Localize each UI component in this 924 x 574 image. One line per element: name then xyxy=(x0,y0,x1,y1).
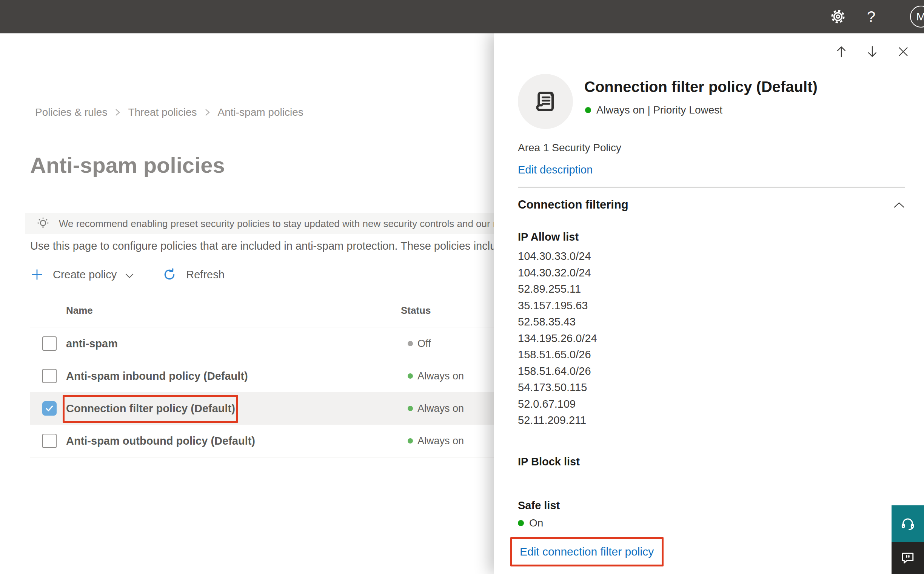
breadcrumb: Policies & rules Threat policies Anti-sp… xyxy=(35,106,304,118)
ip-entry: 158.51.65.0/26 xyxy=(518,347,597,363)
status-dot-on xyxy=(585,107,591,113)
headset-icon xyxy=(899,515,916,533)
create-policy-button[interactable]: Create policy xyxy=(30,268,134,281)
ip-entry: 52.89.255.11 xyxy=(518,281,597,298)
arrow-up-icon[interactable] xyxy=(834,44,848,59)
policy-description: Area 1 Security Policy xyxy=(518,142,621,154)
help-icon[interactable]: ? xyxy=(854,0,888,33)
settings-gear-icon[interactable] xyxy=(821,0,854,33)
refresh-label: Refresh xyxy=(186,268,225,281)
panel-title: Connection filter policy (Default) xyxy=(584,79,818,95)
ip-allow-list: 104.30.33.0/24 104.30.32.0/24 52.89.255.… xyxy=(518,248,597,429)
row-status: Off xyxy=(418,338,431,350)
edit-description-link[interactable]: Edit description xyxy=(518,164,593,176)
toolbar: Create policy Refresh xyxy=(30,262,225,287)
chevron-right-icon xyxy=(204,108,210,117)
row-name[interactable]: Anti-spam outbound policy (Default) xyxy=(66,435,255,447)
lightbulb-icon xyxy=(35,216,51,231)
panel-nav xyxy=(834,44,910,59)
breadcrumb-policies-rules[interactable]: Policies & rules xyxy=(35,106,107,118)
refresh-icon xyxy=(162,267,177,282)
policy-avatar xyxy=(518,74,573,129)
ip-entry: 158.51.64.0/26 xyxy=(518,363,597,380)
chevron-up-icon[interactable] xyxy=(893,201,905,209)
status-dot-on xyxy=(408,438,413,443)
column-header-status[interactable]: Status xyxy=(401,305,431,316)
row-status: Always on xyxy=(418,403,464,415)
ip-entry: 54.173.50.115 xyxy=(518,379,597,396)
arrow-down-icon[interactable] xyxy=(865,44,880,59)
panel-status-text: Always on | Priority Lowest xyxy=(596,104,722,116)
row-name[interactable]: Anti-spam inbound policy (Default) xyxy=(66,370,248,382)
banner-text: We recommend enabling preset security po… xyxy=(59,218,534,230)
safe-list-status-text: On xyxy=(529,517,543,529)
edit-connection-filter-policy-link[interactable]: Edit connection filter policy xyxy=(520,545,654,558)
section-title: Connection filtering xyxy=(518,198,628,211)
row-status: Always on xyxy=(418,371,464,382)
ip-entry: 104.30.33.0/24 xyxy=(518,248,597,265)
safe-list-status: On xyxy=(518,517,543,529)
topbar: ? M xyxy=(0,0,924,33)
chevron-right-icon xyxy=(115,108,120,117)
row-name[interactable]: Connection filter policy (Default) xyxy=(66,402,235,415)
column-header-name[interactable]: Name xyxy=(66,305,93,316)
status-dot-on xyxy=(408,406,413,411)
status-dot-on xyxy=(408,373,413,378)
ip-entry: 52.58.35.43 xyxy=(518,314,597,330)
row-name[interactable]: anti-spam xyxy=(66,337,118,350)
ip-block-list-heading: IP Block list xyxy=(518,456,580,468)
ip-entry: 35.157.195.63 xyxy=(518,298,597,314)
ip-entry: 52.0.67.109 xyxy=(518,396,597,413)
feedback-button[interactable] xyxy=(892,542,924,574)
refresh-button[interactable]: Refresh xyxy=(162,267,225,282)
page-description: Use this page to configure policies that… xyxy=(30,240,508,252)
support-button[interactable] xyxy=(892,505,924,542)
panel-divider xyxy=(518,187,905,188)
breadcrumb-threat-policies[interactable]: Threat policies xyxy=(128,106,197,118)
ip-allow-list-heading: IP Allow list xyxy=(518,231,579,243)
panel-status-line: Always on | Priority Lowest xyxy=(585,104,722,116)
chevron-down-icon xyxy=(125,273,134,279)
ip-entry: 134.195.26.0/24 xyxy=(518,330,597,347)
safe-list-heading: Safe list xyxy=(518,499,560,512)
details-flyout-panel: Connection filter policy (Default) Alway… xyxy=(494,33,924,574)
close-icon[interactable] xyxy=(896,44,910,59)
page-title: Anti-spam policies xyxy=(30,152,225,178)
create-policy-label: Create policy xyxy=(53,268,117,281)
ip-entry: 52.11.209.211 xyxy=(518,412,597,429)
row-checkbox[interactable] xyxy=(42,369,57,383)
app-root: ? M Policies & rules Threat policies Ant… xyxy=(0,0,924,574)
row-checkbox[interactable] xyxy=(42,434,57,448)
avatar-initial: M xyxy=(916,10,924,23)
topbar-actions: ? xyxy=(821,0,924,33)
row-checkbox[interactable] xyxy=(42,336,57,351)
feedback-chat-icon xyxy=(899,550,916,566)
plus-icon xyxy=(30,268,44,281)
annotation-highlight-box: Edit connection filter policy xyxy=(510,537,664,566)
row-status: Always on xyxy=(418,435,464,447)
breadcrumb-current: Anti-spam policies xyxy=(218,106,304,118)
status-dot-on xyxy=(518,520,524,526)
row-checkbox-checked[interactable] xyxy=(42,401,57,416)
scroll-policy-icon xyxy=(531,87,560,116)
ip-entry: 104.30.32.0/24 xyxy=(518,265,597,281)
status-dot-off xyxy=(408,341,413,346)
